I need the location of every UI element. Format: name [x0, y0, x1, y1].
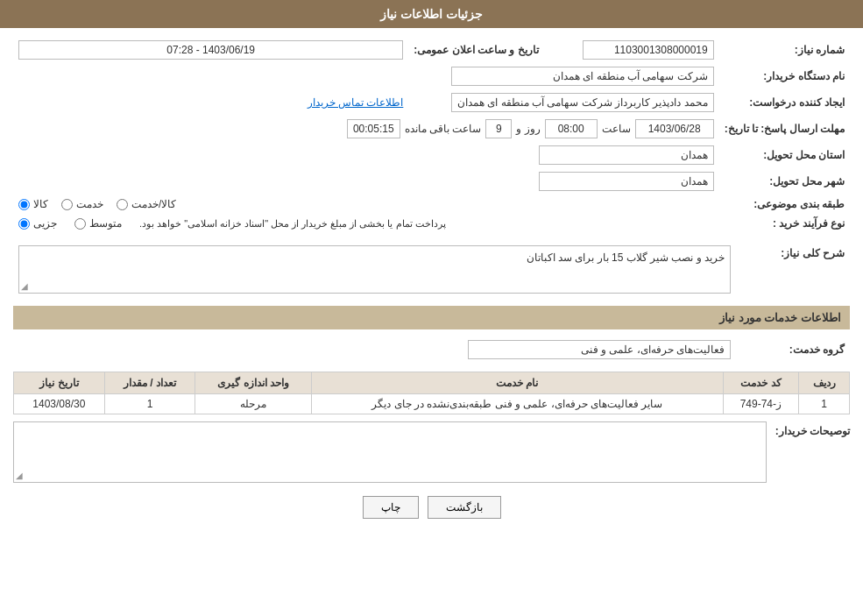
cell-date: 1403/08/30	[14, 394, 105, 414]
col-name: نام خدمت	[312, 372, 724, 394]
response-day-value: 9	[485, 119, 512, 138]
province-label: استان محل تحویل:	[719, 142, 850, 168]
buyer-org-value: شرکت سهامی آب منطقه ای همدان	[451, 67, 714, 86]
col-code: کد خدمت	[723, 372, 799, 394]
cell-name: سایر فعالیت‌های حرفه‌ای، علمی و فنی طبقه…	[312, 394, 724, 414]
response-day-label: روز و	[516, 123, 540, 135]
need-desc-label: شرح کلی نیاز:	[736, 242, 850, 297]
response-time-label: ساعت	[602, 123, 631, 135]
cat-kala[interactable]: کالا	[18, 198, 48, 210]
cell-unit: مرحله	[195, 394, 312, 414]
purchase-type-label: نوع فرآیند خرید :	[719, 214, 850, 233]
creator-value: محمد دادپذیر کاربرداز شرکت سهامی آب منطق…	[451, 93, 714, 112]
response-date: 1403/06/28	[635, 119, 714, 138]
service-group-label: گروه خدمت:	[736, 336, 850, 363]
cat-kala-radio[interactable]	[18, 199, 30, 210]
page-title: جزئیات اطلاعات نیاز	[0, 0, 863, 28]
announce-date-value: 1403/06/19 - 07:28	[18, 40, 403, 60]
need-desc-value: خرید و نصب شیر گلاب 15 بار برای سد اکبات…	[527, 251, 725, 264]
announce-date-label: تاریخ و ساعت اعلان عمومی:	[408, 37, 543, 63]
remaining-label: ساعت باقی مانده	[405, 123, 482, 135]
purchase-jozee-label: جزیی	[33, 217, 57, 230]
cat-khedmat-label: خدمت	[76, 198, 103, 210]
creator-link[interactable]: اطلاعات تماس خریدار	[308, 96, 404, 109]
province-value: همدان	[539, 145, 714, 165]
buyer-org-label: نام دستگاه خریدار:	[719, 63, 850, 89]
cat-khedmat[interactable]: خدمت	[61, 198, 103, 210]
resize-handle-need: ◢	[21, 281, 28, 291]
purchase-motevaset-label: متوسط	[89, 217, 122, 230]
response-time-value: 08:00	[545, 119, 598, 138]
cat-kala-khedmat[interactable]: کالا/خدمت	[117, 198, 176, 210]
action-buttons: بازگشت چاپ	[13, 496, 850, 519]
col-date: تاریخ نیاز	[14, 372, 105, 394]
city-value: همدان	[539, 172, 714, 191]
purchase-motevaset-radio[interactable]	[74, 218, 86, 230]
cat-khedmat-radio[interactable]	[61, 199, 73, 210]
col-row: ردیف	[799, 372, 850, 394]
cell-row: 1	[799, 394, 850, 414]
purchase-jozee[interactable]: جزیی	[18, 217, 57, 230]
table-row: 1 ز-74-749 سایر فعالیت‌های حرفه‌ای، علمی…	[14, 394, 850, 414]
col-qty: تعداد / مقدار	[104, 372, 195, 394]
response-deadline-label: مهلت ارسال پاسخ: تا تاریخ:	[719, 116, 850, 142]
creator-label: ایجاد کننده درخواست:	[719, 89, 850, 116]
cell-code: ز-74-749	[723, 394, 799, 414]
category-label: طبقه بندی موضوعی:	[719, 195, 850, 214]
purchase-motevaset[interactable]: متوسط	[74, 217, 122, 230]
back-button[interactable]: بازگشت	[428, 496, 501, 519]
cell-qty: 1	[104, 394, 195, 414]
buyer-desc-box[interactable]: ◢	[13, 421, 767, 483]
resize-handle-buyer: ◢	[16, 471, 23, 480]
purchase-jozee-radio[interactable]	[18, 218, 30, 230]
services-section-header: اطلاعات خدمات مورد نیاز	[13, 306, 850, 329]
need-number-label: شماره نیاز:	[719, 37, 850, 63]
service-group-value: فعالیت‌های حرفه‌ای، علمی و فنی	[468, 340, 731, 359]
col-unit: واحد اندازه گیری	[195, 372, 312, 394]
buyer-desc-label: توصیحات خریدار:	[775, 421, 850, 483]
buyer-desc-section: توصیحات خریدار: ◢	[13, 421, 850, 483]
cat-kala-label: کالا	[33, 198, 48, 210]
remaining-value: 00:05:15	[347, 119, 400, 138]
city-label: شهر محل تحویل:	[719, 168, 850, 195]
cat-kala-khedmat-radio[interactable]	[117, 199, 128, 210]
need-desc-box[interactable]: خرید و نصب شیر گلاب 15 بار برای سد اکبات…	[18, 245, 731, 294]
need-number-value: 1103001308000019	[583, 40, 714, 60]
print-button[interactable]: چاپ	[363, 496, 419, 519]
cat-kala-khedmat-label: کالا/خدمت	[131, 198, 176, 210]
purchase-note: پرداخت تمام یا بخشی از مبلغ خریدار از مح…	[139, 218, 446, 230]
services-table: ردیف کد خدمت نام خدمت واحد اندازه گیری ت…	[13, 372, 850, 414]
